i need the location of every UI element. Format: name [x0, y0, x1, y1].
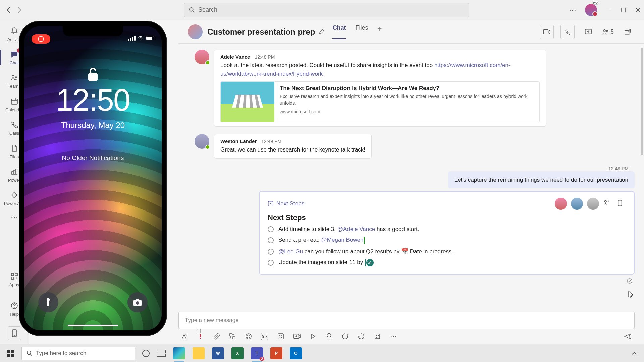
- start-button[interactable]: [0, 344, 21, 362]
- taskbar-app-teams[interactable]: T2: [251, 347, 263, 359]
- gif-button[interactable]: GIF: [261, 333, 268, 340]
- power-apps-icon: [10, 190, 19, 200]
- format-button[interactable]: [180, 333, 188, 340]
- loop-task-item[interactable]: Send a pre-read @Megan Bowen: [268, 237, 626, 244]
- popout-chat-button[interactable]: [621, 25, 635, 39]
- compose-more-button[interactable]: ⋯: [390, 333, 397, 340]
- window-minimize-button[interactable]: [605, 7, 612, 13]
- add-tab-button[interactable]: +: [377, 24, 382, 39]
- approvals-button[interactable]: [341, 333, 349, 340]
- task-checkbox[interactable]: [268, 226, 274, 232]
- help-icon: [10, 301, 19, 310]
- loop-task-item[interactable]: @Lee Gu can you follow up about Q2 resul…: [268, 248, 626, 255]
- viva-insights-button[interactable]: [325, 333, 333, 340]
- task-checkbox[interactable]: [268, 260, 274, 266]
- loop-copy-button[interactable]: [616, 199, 626, 208]
- taskbar-app-word[interactable]: W: [212, 347, 224, 359]
- svg-rect-17: [11, 277, 14, 279]
- tab-chat[interactable]: Chat: [332, 24, 346, 39]
- tab-files[interactable]: Files: [355, 24, 368, 39]
- svg-rect-43: [376, 337, 377, 338]
- emoji-button[interactable]: [245, 333, 252, 340]
- rail-mobile-button[interactable]: [8, 326, 21, 340]
- cortana-button[interactable]: [142, 350, 150, 357]
- taskbar-app-powerpoint[interactable]: P: [270, 347, 282, 359]
- share-screen-button[interactable]: [581, 25, 595, 39]
- loop-title[interactable]: Next Steps: [268, 213, 626, 222]
- rail-more-apps-button[interactable]: ⋯: [11, 213, 18, 221]
- loop-share-button[interactable]: [603, 199, 612, 208]
- global-search-input[interactable]: Search: [184, 3, 469, 17]
- svg-rect-45: [88, 73, 98, 81]
- stream-button[interactable]: [309, 333, 317, 340]
- message-bubble: Weston Lander 12:49 PM Great, we can use…: [214, 134, 372, 159]
- sender-avatar[interactable]: [195, 50, 209, 64]
- svg-point-27: [270, 203, 271, 204]
- loop-component[interactable]: Next Steps Next Steps Add timeline to sl: [259, 191, 635, 275]
- teams-taskbar-badge: 2: [260, 357, 264, 361]
- loop-collaborator-avatar[interactable]: [587, 198, 599, 210]
- taskbar-app-excel[interactable]: X: [231, 347, 244, 359]
- video-call-button[interactable]: [540, 25, 554, 39]
- taskbar-app-outlook[interactable]: O: [290, 347, 302, 359]
- current-user-avatar[interactable]: RO: [585, 4, 597, 16]
- loop-collaborator-avatar[interactable]: [555, 198, 567, 210]
- sticker-button[interactable]: [277, 333, 284, 340]
- screen-recording-indicator[interactable]: [32, 34, 50, 44]
- edit-chat-title-button[interactable]: [318, 29, 324, 35]
- svg-point-24: [606, 30, 608, 32]
- window-close-button[interactable]: [635, 7, 641, 13]
- sender-avatar[interactable]: [195, 134, 209, 149]
- svg-rect-16: [15, 273, 17, 276]
- svg-line-51: [31, 354, 32, 356]
- taskbar-app-edge[interactable]: [173, 347, 185, 359]
- message-input[interactable]: Type a new message: [178, 312, 635, 329]
- loop-collaborator-avatar[interactable]: [571, 198, 583, 210]
- svg-point-48: [136, 301, 139, 305]
- sender-name: Weston Lander: [220, 138, 257, 144]
- loop-task-list[interactable]: Add timeline to slide 3. @Adele Vance ha…: [268, 226, 626, 266]
- attach-button[interactable]: [213, 333, 220, 340]
- task-view-button[interactable]: [157, 350, 166, 357]
- task-checkbox[interactable]: [268, 237, 274, 243]
- loop-insert-button[interactable]: [229, 333, 236, 340]
- message-row: Weston Lander 12:49 PM Great, we can use…: [195, 134, 635, 159]
- lockscreen-date: Thursday, May 20: [24, 121, 162, 130]
- camera-button[interactable]: [127, 292, 148, 312]
- settings-more-icon[interactable]: ⋯: [569, 6, 577, 14]
- mention[interactable]: @Lee Gu: [278, 248, 303, 255]
- scrollbar-thumb[interactable]: [641, 48, 643, 155]
- compose-toolbar: ! GIF ⋯: [178, 333, 635, 340]
- home-indicator[interactable]: [68, 325, 118, 326]
- schedule-meeting-button[interactable]: [293, 333, 301, 340]
- praise-button[interactable]: [358, 333, 365, 340]
- mention[interactable]: @Megan Bowen: [321, 237, 364, 243]
- flashlight-button[interactable]: [38, 292, 58, 312]
- mention[interactable]: @Adele Vance: [337, 226, 375, 232]
- svg-rect-15: [11, 273, 14, 276]
- text-cursor: [365, 259, 366, 266]
- message-body: Let's capture the remaining things we ne…: [454, 176, 628, 184]
- svg-point-35: [249, 335, 250, 336]
- participants-button[interactable]: 5: [602, 29, 614, 35]
- nav-back-button[interactable]: [5, 7, 12, 13]
- group-chat-avatar[interactable]: [188, 24, 203, 39]
- audio-call-button[interactable]: [560, 25, 575, 39]
- more-extensions-button[interactable]: [374, 333, 381, 340]
- scrollbar[interactable]: [641, 44, 643, 306]
- link-preview-thumbnail: [221, 82, 274, 122]
- svg-point-34: [247, 335, 248, 336]
- send-button[interactable]: [624, 333, 631, 340]
- rail-label: Activity: [7, 37, 21, 42]
- task-checkbox[interactable]: [268, 249, 274, 255]
- taskbar-app-file-explorer[interactable]: [193, 347, 205, 359]
- taskbar-search-input[interactable]: Type here to search: [21, 347, 135, 360]
- search-icon: [189, 7, 195, 13]
- nav-forward-button[interactable]: [16, 7, 23, 13]
- loop-task-item[interactable]: Update the images on slide 11 by WL: [268, 259, 626, 266]
- window-maximize-button[interactable]: [620, 7, 627, 13]
- taskbar-chevron-up[interactable]: [630, 349, 639, 358]
- link-preview-card[interactable]: The Next Great Disruption Is Hybrid Work…: [220, 81, 540, 122]
- loop-task-item[interactable]: Add timeline to slide 3. @Adele Vance ha…: [268, 226, 626, 233]
- loop-breadcrumb[interactable]: Next Steps: [268, 200, 304, 207]
